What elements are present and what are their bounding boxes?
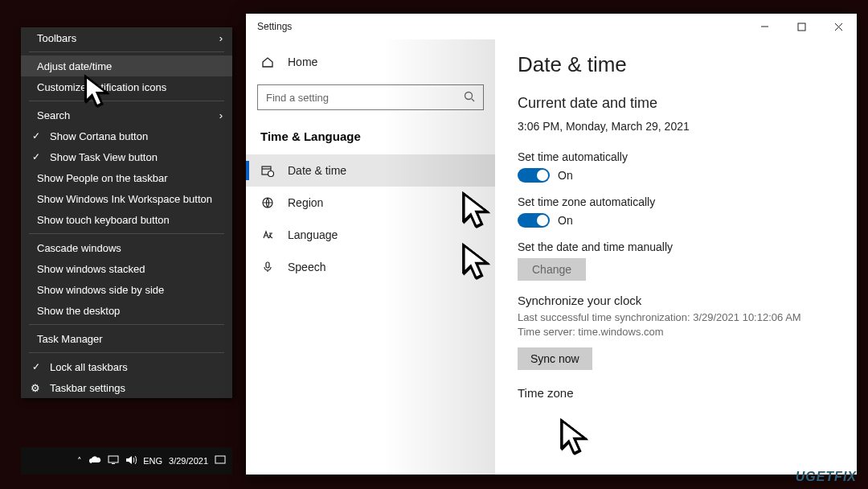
svg-point-7 [465, 92, 473, 99]
sidebar-region[interactable]: Region [246, 187, 495, 219]
current-datetime-value: 3:06 PM, Monday, March 29, 2021 [518, 120, 834, 133]
sidebar-section-heading: Time & Language [246, 125, 495, 154]
ctx-show-touch-keyboard-label: Show touch keyboard button [37, 214, 170, 226]
ctx-show-touch-keyboard[interactable]: Show touch keyboard button [21, 209, 232, 230]
separator [29, 233, 224, 234]
chevron-right-icon: › [219, 109, 223, 121]
ctx-search-label: Search [37, 109, 70, 121]
separator [29, 324, 224, 325]
close-button[interactable] [820, 14, 857, 39]
ctx-task-manager[interactable]: Task Manager [21, 328, 232, 349]
sidebar-home-label: Home [288, 55, 317, 68]
set-time-auto-state: On [558, 169, 573, 182]
settings-main: Date & time Current date and time 3:06 P… [495, 39, 857, 475]
ctx-show-windows-side-by-side[interactable]: Show windows side by side [21, 279, 232, 300]
ctx-toolbars[interactable]: Toolbars › [21, 27, 232, 48]
ctx-show-people[interactable]: Show People on the taskbar [21, 167, 232, 188]
toggle-on-icon [518, 213, 550, 228]
sync-last: Last successful time synchronization: 3/… [518, 310, 834, 325]
window-title: Settings [257, 21, 292, 32]
set-tz-auto-toggle[interactable]: On [518, 213, 834, 228]
ctx-sidebyside-label: Show windows side by side [37, 284, 164, 296]
sidebar-date-time[interactable]: Date & time [246, 154, 495, 187]
ctx-cascade-windows[interactable]: Cascade windows [21, 237, 232, 258]
change-button[interactable]: Change [518, 258, 586, 281]
taskbar-clock[interactable]: 3/29/2021 [169, 456, 208, 466]
volume-icon[interactable] [125, 455, 137, 466]
svg-rect-1 [112, 463, 115, 464]
set-tz-auto-label: Set time zone automatically [518, 195, 834, 208]
taskbar-date: 3/29/2021 [169, 456, 208, 466]
set-tz-auto-state: On [558, 214, 573, 227]
sidebar-language[interactable]: Language [246, 219, 495, 251]
ctx-stacked-label: Show windows stacked [37, 263, 145, 275]
sidebar-search[interactable]: Find a setting [257, 84, 484, 110]
svg-rect-4 [798, 23, 805, 31]
svg-rect-0 [108, 456, 118, 462]
ctx-show-windows-stacked[interactable]: Show windows stacked [21, 258, 232, 279]
page-heading: Date & time [518, 52, 834, 77]
taskbar-context-menu: Toolbars › Adjust date/time Customize no… [21, 27, 232, 398]
settings-window: Settings Home Find a setting [246, 14, 857, 475]
sidebar-region-label: Region [288, 196, 323, 209]
ctx-show-cortana-label: Show Cortana button [50, 130, 148, 142]
language-icon [260, 228, 275, 241]
calendar-clock-icon [260, 164, 275, 177]
sidebar-speech[interactable]: Speech [246, 251, 495, 283]
ctx-taskbar-settings[interactable]: ⚙ Taskbar settings [21, 377, 232, 398]
notification-icon[interactable] [215, 455, 226, 466]
ctx-show-people-label: Show People on the taskbar [37, 172, 168, 184]
separator [29, 352, 224, 353]
sync-server: Time server: time.windows.com [518, 325, 834, 339]
sidebar-home[interactable]: Home [246, 46, 495, 78]
ctx-adjust-date-time[interactable]: Adjust date/time [21, 55, 232, 76]
ctx-show-cortana-button[interactable]: ✓ Show Cortana button [21, 125, 232, 146]
sidebar-date-time-label: Date & time [288, 164, 346, 177]
svg-rect-13 [266, 262, 269, 268]
titlebar[interactable]: Settings [246, 14, 857, 39]
separator [29, 101, 224, 101]
ctx-show-desktop-label: Show the desktop [37, 305, 120, 317]
check-icon: ✓ [32, 130, 40, 142]
ctx-toolbars-label: Toolbars [37, 32, 76, 44]
minimize-button[interactable] [746, 14, 783, 39]
ctx-cascade-label: Cascade windows [37, 242, 121, 254]
ctx-lock-taskbars-label: Lock all taskbars [50, 361, 128, 373]
ctx-task-manager-label: Task Manager [37, 333, 103, 345]
sync-now-button[interactable]: Sync now [518, 347, 592, 370]
ctx-customize-notification-icons-label: Customize notification icons [37, 81, 166, 93]
system-tray: ˄ ENG 3/29/2021 [77, 455, 226, 466]
language-indicator[interactable]: ENG [143, 456, 162, 466]
ctx-show-windows-ink-label: Show Windows Ink Workspace button [37, 193, 212, 205]
search-icon [464, 91, 475, 105]
onedrive-icon[interactable] [88, 456, 101, 466]
svg-line-8 [472, 99, 474, 101]
ctx-show-task-view-button[interactable]: ✓ Show Task View button [21, 146, 232, 167]
tray-chevron-up-icon[interactable]: ˄ [77, 456, 82, 466]
ctx-lock-all-taskbars[interactable]: ✓ Lock all taskbars [21, 356, 232, 377]
sidebar-speech-label: Speech [288, 261, 326, 273]
svg-point-11 [268, 171, 274, 177]
set-time-auto-toggle[interactable]: On [518, 168, 834, 183]
microphone-icon [260, 261, 275, 273]
search-placeholder: Find a setting [266, 92, 329, 104]
gear-icon: ⚙ [31, 382, 40, 394]
maximize-button[interactable] [783, 14, 820, 39]
separator [29, 51, 224, 52]
ctx-customize-notification-icons[interactable]: Customize notification icons [21, 76, 232, 97]
taskbar[interactable]: ˄ ENG 3/29/2021 [21, 447, 232, 475]
globe-icon [260, 196, 275, 209]
ctx-show-task-view-label: Show Task View button [50, 151, 158, 163]
network-icon[interactable] [108, 455, 119, 466]
current-datetime-heading: Current date and time [518, 95, 834, 112]
check-icon: ✓ [32, 361, 40, 372]
set-manual-label: Set the date and time manually [518, 240, 834, 253]
ctx-search[interactable]: Search › [21, 105, 232, 125]
set-time-auto-label: Set time automatically [518, 150, 834, 163]
ctx-show-the-desktop[interactable]: Show the desktop [21, 300, 232, 321]
sync-heading: Synchronize your clock [518, 294, 834, 307]
sidebar-language-label: Language [288, 228, 338, 241]
ctx-show-windows-ink[interactable]: Show Windows Ink Workspace button [21, 188, 232, 209]
ctx-adjust-date-time-label: Adjust date/time [37, 60, 112, 72]
toggle-on-icon [518, 168, 550, 183]
